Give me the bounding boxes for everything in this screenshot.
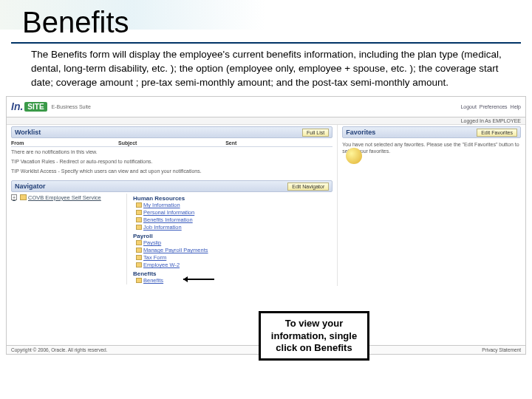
navigator-header: Navigator Edit Navigator <box>11 180 332 192</box>
suite-label: E-Business Suite <box>52 104 91 109</box>
nav-link-tax-form[interactable]: Tax Form <box>133 254 332 262</box>
edit-navigator-button[interactable]: Edit Navigator <box>287 183 329 191</box>
nav-link-payslip[interactable]: Payslip <box>133 239 332 247</box>
app-header: In. SITE E-Business Suite Logout Prefere… <box>7 97 525 117</box>
col-sent: Sent <box>225 140 332 146</box>
worklist-tip2: TIP Worklist Access - Specify which user… <box>11 166 332 176</box>
folder-icon <box>136 210 142 215</box>
folder-icon <box>136 225 142 230</box>
navigator-content: Human Resources My Information Personal … <box>133 194 332 284</box>
footer-copyright: Copyright © 2006, Oracle. All rights res… <box>11 347 108 352</box>
nav-link-benefits[interactable]: Benefits <box>133 277 332 284</box>
folder-icon <box>20 194 27 200</box>
worklist-tip1: TIP Vacation Rules - Redirect or auto-re… <box>11 157 332 166</box>
title-underline <box>11 42 521 44</box>
benefits-group-title: Benefits <box>133 270 332 277</box>
logo-box: SITE <box>24 102 47 112</box>
folder-icon <box>136 202 142 208</box>
payroll-group-title: Payroll <box>133 233 332 239</box>
col-from: From <box>11 140 118 146</box>
nav-link-manage-payroll[interactable]: Manage Payroll Payments <box>133 247 332 254</box>
navigator-title: Navigator <box>15 183 46 190</box>
folder-icon <box>136 262 142 267</box>
tree-root-label: COVB Employee Self Service <box>28 194 101 201</box>
slide-title: Benefits <box>0 0 532 41</box>
favorites-header: Favorites Edit Favorites <box>342 126 521 138</box>
full-list-button[interactable]: Full List <box>302 129 329 137</box>
slide-description: The Benefits form will display the emplo… <box>0 48 532 96</box>
tree-root-item[interactable]: + COVB Employee Self Service <box>11 194 123 202</box>
favorites-empty: You have not selected any favorites. Ple… <box>342 140 521 156</box>
nav-link-w2[interactable]: Employee W-2 <box>133 262 332 269</box>
worklist-header: Worklist Full List <box>11 126 332 138</box>
preferences-link[interactable]: Preferences <box>480 104 508 109</box>
pointer-arrow <box>183 279 214 280</box>
folder-icon <box>136 240 142 245</box>
folder-icon <box>136 278 142 283</box>
nav-link-personal-information[interactable]: Personal Information <box>133 209 332 216</box>
nav-link-my-information[interactable]: My Information <box>133 202 332 209</box>
footer-privacy[interactable]: Privacy Statement <box>482 347 521 352</box>
logout-link[interactable]: Logout <box>460 104 476 109</box>
instruction-callout: To view your information, single click o… <box>259 311 369 361</box>
app-logo: In. SITE E-Business Suite <box>11 100 91 112</box>
favorites-title: Favorites <box>346 129 375 136</box>
header-links: Logout Preferences Help <box>460 104 521 109</box>
col-subject: Subject <box>118 140 225 146</box>
worklist-empty: There are no notifications in this view. <box>11 147 332 157</box>
nav-link-job-information[interactable]: Job Information <box>133 224 332 231</box>
expand-icon[interactable]: + <box>11 194 17 200</box>
help-link[interactable]: Help <box>511 104 521 109</box>
nav-link-benefits-information[interactable]: Benefits Information <box>133 216 332 224</box>
login-status: Logged In As EMPLOYEE <box>7 117 525 125</box>
folder-icon <box>136 217 142 222</box>
worklist-title: Worklist <box>15 129 41 136</box>
navigator-tree: + COVB Employee Self Service <box>11 194 127 284</box>
logo-prefix: In. <box>11 100 23 112</box>
folder-icon <box>136 248 142 253</box>
folder-icon <box>136 255 142 260</box>
edit-favorites-button[interactable]: Edit Favorites <box>477 129 517 137</box>
hr-group-title: Human Resources <box>133 195 332 202</box>
speaker-icon <box>346 148 362 164</box>
worklist-columns: From Subject Sent <box>11 140 332 147</box>
